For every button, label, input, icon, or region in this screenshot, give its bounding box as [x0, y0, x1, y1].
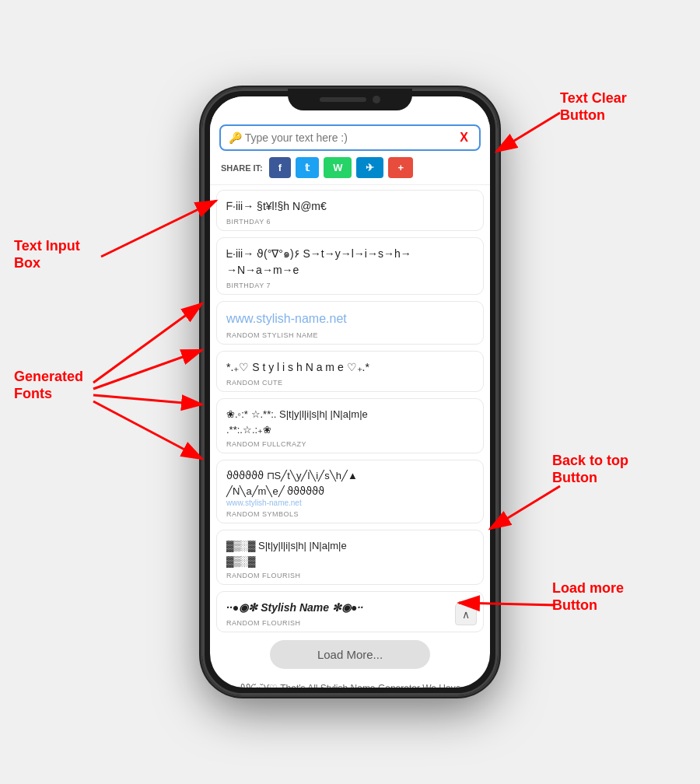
scroll-content[interactable]: ᖴ·iii→ §t¥l!§h N@m€ BIRTHDAY 6 ᖶ·iii→ ϑ(… — [210, 185, 490, 688]
notch-camera — [373, 96, 380, 103]
share-whatsapp-button[interactable]: W — [324, 157, 352, 178]
font-card-random-cute[interactable]: *.₊♡ S t y l i s h N a m e ♡₊.* RANDOM C… — [216, 351, 484, 392]
font-label-symbols: RANDOM SYMBOLS — [226, 510, 474, 518]
font-text-symbols: ϑϑϑϑϑϑ ⊓S╱t╲y╱l╲i╱s╲h╱▲╱N╲a╱m╲e╱ ϑϑϑϑϑϑ — [226, 468, 474, 499]
share-telegram-button[interactable]: ✈ — [356, 157, 383, 178]
svg-text:Back to top: Back to top — [552, 453, 628, 468]
font-text-birthday7: ᖶ·iii→ ϑ(°∇°๑)۶ S→t→y→l→i→s→h→→N→a→m→e — [226, 246, 474, 278]
font-card-watermark[interactable]: www.stylish-name.net RANDOM STYLISH NAME — [216, 301, 484, 345]
svg-line-9 — [93, 350, 202, 389]
svg-text:Load more: Load more — [552, 580, 624, 596]
font-label-birthday7: BIRTHDAY 7 — [226, 282, 474, 289]
svg-line-5 — [496, 113, 560, 152]
svg-line-11 — [93, 401, 202, 459]
text-input[interactable] — [229, 131, 457, 144]
share-more-button[interactable]: + — [388, 157, 413, 178]
phone-notch — [288, 89, 412, 110]
font-label-random-cute: RANDOM CUTE — [226, 379, 474, 387]
svg-text:Box: Box — [14, 255, 40, 271]
share-facebook-button[interactable]: f — [269, 157, 291, 178]
font-label-birthday6: BIRTHDAY 6 — [226, 218, 474, 226]
font-text-birthday6: ᖴ·iii→ §t¥l!§h N@m€ — [226, 198, 474, 215]
load-more-button[interactable]: Load More... — [270, 640, 430, 669]
phone-frame: X SHARE IT: f 𝕥 W ✈ + ᖴ·iii→ §t¥l!§h N@m… — [202, 89, 498, 695]
svg-line-2 — [101, 201, 216, 257]
svg-text:Fonts: Fonts — [14, 386, 52, 401]
font-text-random-cute: *.₊♡ S t y l i s h N a m e ♡₊.* — [226, 359, 474, 376]
font-card-flourish1[interactable]: ▓▒░▓ S|t|y|l|i|s|h| |N|a|m|e▓▒░▓ RANDOM … — [216, 530, 484, 585]
font-label-fullcrazy: RANDOM FULLCRAZY — [226, 440, 474, 448]
clear-button[interactable]: X — [457, 131, 471, 145]
share-twitter-button[interactable]: 𝕥 — [296, 157, 319, 178]
back-to-top-button[interactable]: ∧ — [455, 604, 477, 625]
svg-text:Button: Button — [552, 470, 597, 485]
watermark-symbols: www.stylish-name.net — [226, 499, 474, 507]
font-label-flourish2: RANDOM FLOURISH — [226, 619, 449, 627]
svg-text:Button: Button — [560, 107, 605, 123]
share-row: SHARE IT: f 𝕥 W ✈ + — [219, 157, 481, 178]
svg-text:Generated: Generated — [14, 369, 83, 384]
footer-text: ϑϑ(˘ᵕ˘)∫♡ That's All Stylish Name Genera… — [216, 677, 484, 688]
notch-speaker — [320, 97, 366, 102]
svg-line-8 — [93, 303, 202, 383]
svg-line-10 — [93, 395, 202, 404]
font-label-flourish1: RANDOM FLOURISH — [226, 572, 474, 579]
svg-text:Text Clear: Text Clear — [560, 90, 627, 106]
font-text-fullcrazy: ❀.◦:* ☆.**:. S|t|y|l|i|s|h| |N|a|m|e.**:… — [226, 407, 474, 437]
svg-text:Text Input: Text Input — [14, 238, 80, 254]
font-card-birthday7[interactable]: ᖶ·iii→ ϑ(°∇°๑)۶ S→t→y→l→i→s→h→→N→a→m→e B… — [216, 237, 484, 295]
font-text-flourish1: ▓▒░▓ S|t|y|l|i|s|h| |N|a|m|e▓▒░▓ — [226, 538, 474, 569]
font-card-symbols[interactable]: ϑϑϑϑϑϑ ⊓S╱t╲y╱l╲i╱s╲h╱▲╱N╲a╱m╲e╱ ϑϑϑϑϑϑ … — [216, 460, 484, 523]
font-card-birthday6[interactable]: ᖴ·iii→ §t¥l!§h N@m€ BIRTHDAY 6 — [216, 190, 484, 231]
share-label: SHARE IT: — [221, 163, 263, 173]
svg-text:Button: Button — [552, 597, 597, 613]
svg-line-14 — [490, 486, 560, 529]
font-text-watermark: www.stylish-name.net — [226, 310, 474, 328]
font-card-flourish2[interactable]: ··●◉✼ Stylish Name ✼◉●·· RANDOM FLOURISH… — [216, 591, 484, 632]
font-text-flourish2: ··●◉✼ Stylish Name ✼◉●·· — [226, 600, 449, 616]
font-label-watermark: RANDOM STYLISH NAME — [226, 331, 474, 339]
input-row: X — [219, 124, 481, 151]
font-card-fullcrazy[interactable]: ❀.◦:* ☆.**:. S|t|y|l|i|s|h| |N|a|m|e.**:… — [216, 398, 484, 453]
page-wrapper: X SHARE IT: f 𝕥 W ✈ + ᖴ·iii→ §t¥l!§h N@m… — [0, 0, 700, 784]
phone-screen: X SHARE IT: f 𝕥 W ✈ + ᖴ·iii→ §t¥l!§h N@m… — [210, 96, 490, 688]
